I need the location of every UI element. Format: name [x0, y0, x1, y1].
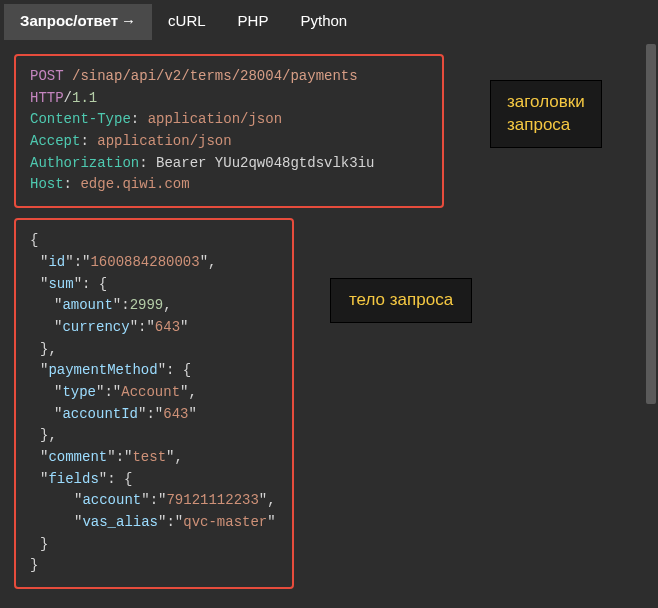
header-value: edge.qiwi.com: [80, 176, 189, 192]
header-line: Content-Type: application/json: [30, 109, 428, 131]
header-name: Content-Type: [30, 111, 131, 127]
json-line: "accountId":"643": [30, 404, 278, 426]
header-name: Host: [30, 176, 64, 192]
http-protocol: HTTP: [30, 90, 64, 106]
json-line: }: [30, 534, 278, 556]
header-name: Authorization: [30, 155, 139, 171]
annotation-headers: заголовки запроса: [490, 80, 602, 148]
json-line: "vas_alias":"qvc-master": [30, 512, 278, 534]
json-line: "sum": {: [30, 274, 278, 296]
header-line: Host: edge.qiwi.com: [30, 174, 428, 196]
header-name: Accept: [30, 133, 80, 149]
json-line: "amount":2999,: [30, 295, 278, 317]
header-value: application/json: [97, 133, 231, 149]
http-path: /sinap/api/v2/terms/28004/payments: [72, 68, 358, 84]
request-headers-block: POST /sinap/api/v2/terms/28004/payments …: [14, 54, 444, 208]
header-line: Authorization: Bearer YUu2qw048gtdsvlk3i…: [30, 153, 428, 175]
json-line: "type":"Account",: [30, 382, 278, 404]
json-line: "paymentMethod": {: [30, 360, 278, 382]
tab-label: PHP: [238, 12, 269, 29]
json-line: {: [30, 230, 278, 252]
tab-python[interactable]: Python: [284, 4, 363, 40]
annotation-body: тело запроса: [330, 278, 472, 323]
tab-request-response[interactable]: Запрос/ответ→: [4, 4, 152, 40]
http-version: 1.1: [72, 90, 97, 106]
json-line: }: [30, 555, 278, 577]
header-value: Bearer YUu2qw048gtdsvlk3iu: [156, 155, 374, 171]
header-line: Accept: application/json: [30, 131, 428, 153]
tab-label: Python: [300, 12, 347, 29]
header-value: application/json: [148, 111, 282, 127]
tab-label: Запрос/ответ: [20, 12, 118, 29]
json-line: "id":"1600884280003",: [30, 252, 278, 274]
json-line: "fields": {: [30, 469, 278, 491]
json-line: },: [30, 339, 278, 361]
arrow-icon: →: [121, 12, 136, 29]
json-line: "comment":"test",: [30, 447, 278, 469]
http-method: POST: [30, 68, 64, 84]
tab-php[interactable]: PHP: [222, 4, 285, 40]
tab-label: cURL: [168, 12, 206, 29]
request-line: POST /sinap/api/v2/terms/28004/payments …: [30, 66, 428, 109]
json-line: },: [30, 425, 278, 447]
json-line: "account":"79121112233",: [30, 490, 278, 512]
tabs-bar: Запрос/ответ→ cURL PHP Python: [0, 0, 658, 40]
json-line: "currency":"643": [30, 317, 278, 339]
request-body-block: { "id":"1600884280003", "sum": { "amount…: [14, 218, 294, 589]
tab-curl[interactable]: cURL: [152, 4, 222, 40]
